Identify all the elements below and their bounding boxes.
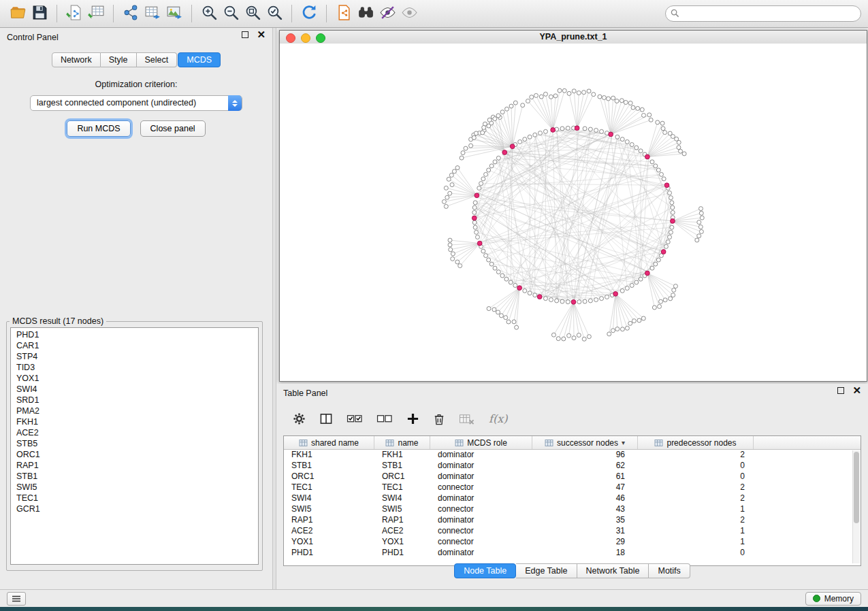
show-graphics-button[interactable] [398,3,420,24]
table-row[interactable]: ACE2ACE2connector311 [284,525,861,536]
table-cell: 2 [638,514,754,525]
table-cell: 0 [638,547,754,558]
column-header-name[interactable]: name [374,436,430,449]
import-network-button[interactable] [63,3,85,24]
tab-mcds[interactable]: MCDS [178,52,221,67]
mcds-result-item[interactable]: GCR1 [11,503,258,514]
mcds-result-item[interactable]: SWI4 [11,384,258,395]
zoom-fit-button[interactable] [242,3,263,24]
show-column-button[interactable] [319,412,333,425]
mcds-result-item[interactable]: TEC1 [11,493,258,503]
table-row[interactable]: FKH1FKH1dominator962 [284,449,861,460]
float-panel-icon[interactable] [242,31,248,38]
select-all-button[interactable] [347,412,363,425]
float-table-panel-icon[interactable] [837,387,844,394]
window-zoom-icon[interactable] [316,33,325,43]
mcds-result-item[interactable]: CAR1 [11,340,258,351]
mcds-result-item[interactable]: PHD1 [11,329,258,340]
memory-label: Memory [824,594,854,604]
mcds-result-group: MCDS result (17 nodes) PHD1CAR1STP4TID3Y… [6,316,263,571]
mcds-result-item[interactable]: STB1 [11,471,258,482]
search-input[interactable] [665,5,861,22]
zoom-selected-icon [266,4,283,23]
delete-column-button[interactable] [433,412,445,425]
network-window-title: YPA_prune.txt_1 [539,32,607,42]
import-table-button[interactable] [85,3,107,24]
add-column-button[interactable] [406,412,419,425]
mcds-result-item[interactable]: STB5 [11,438,258,449]
table-row[interactable]: STB1STB1dominator620 [284,460,861,471]
mcds-result-item[interactable]: SWI5 [11,482,258,493]
criterion-dropdown[interactable]: largest connected component (undirected) [30,95,242,111]
mcds-result-item[interactable]: SRD1 [11,395,258,406]
zoom-in-icon [201,4,218,23]
mcds-result-item[interactable]: RAP1 [11,460,258,471]
mcds-result-item[interactable]: ACE2 [11,427,258,438]
apply-layout-button[interactable] [298,3,320,24]
table-row[interactable]: ORC1ORC1dominator610 [284,471,861,482]
tab-network[interactable]: Network [52,52,101,67]
table-header-row: shared name name MCDS role successor nod… [284,436,861,450]
table-cell: dominator [430,471,532,482]
column-header-shared-name[interactable]: shared name [284,436,374,449]
deselect-all-button[interactable] [376,412,393,425]
table-row[interactable]: SWI4SWI4dominator462 [284,493,861,503]
mcds-result-item[interactable]: ORC1 [11,449,258,460]
column-header-successor-nodes[interactable]: successor nodes▾ [532,436,638,449]
table-row[interactable]: SWI5SWI5connector431 [284,503,861,514]
tab-motifs[interactable]: Motifs [649,563,690,578]
zoom-out-button[interactable] [220,3,242,24]
scrollbar-thumb[interactable] [854,452,859,523]
status-menu-button[interactable] [7,592,26,606]
table-row[interactable]: RAP1RAP1dominator352 [284,514,861,525]
table-toolbar: f(x) [293,407,868,430]
mcds-result-item[interactable]: YOX1 [11,373,258,384]
table-row[interactable]: TEC1TEC1connector472 [284,482,861,493]
tab-style[interactable]: Style [101,52,137,67]
run-mcds-button[interactable]: Run MCDS [67,120,130,137]
columns-icon [319,412,333,425]
tab-node-table[interactable]: Node Table [454,563,516,578]
network-document-button[interactable] [333,3,355,24]
window-close-icon[interactable] [286,33,295,43]
zoom-selected-button[interactable] [263,3,285,24]
close-panel-icon[interactable]: ✕ [257,31,266,39]
tab-edge-table[interactable]: Edge Table [516,563,577,578]
table-row[interactable]: YOX1YOX1connector291 [284,536,861,547]
table-cell: ACE2 [284,525,374,536]
zoom-in-button[interactable] [198,3,220,24]
table-cell: STB1 [374,460,430,471]
table-cell: 1 [638,525,754,536]
mcds-result-list[interactable]: PHD1CAR1STP4TID3YOX1SWI4SRD1PMA2FKH1ACE2… [10,327,259,565]
hide-graphics-button[interactable] [376,3,398,24]
toolbar-separator [57,5,57,22]
tab-network-table[interactable]: Network Table [577,563,649,578]
network-window-titlebar[interactable]: YPA_prune.txt_1 [280,31,867,44]
table-cell: TEC1 [284,482,374,493]
close-panel-button[interactable]: Close panel [140,120,206,137]
mcds-result-item[interactable]: FKH1 [11,416,258,427]
table-settings-button[interactable] [293,412,306,425]
network-canvas[interactable] [280,44,867,381]
export-table-button[interactable] [142,3,163,24]
column-header-predecessor-nodes[interactable]: predecessor nodes [638,436,754,449]
save-session-button[interactable] [29,3,50,24]
window-minimize-icon[interactable] [301,33,310,43]
checked-boxes-icon [347,412,363,425]
column-header-mcds-role[interactable]: MCDS role [430,436,532,449]
mcds-result-item[interactable]: PMA2 [11,406,258,416]
export-image-button[interactable] [163,3,185,24]
find-button[interactable] [355,3,376,24]
memory-button[interactable]: Memory [805,592,861,606]
import-table-icon [88,4,105,23]
table-row[interactable]: PHD1PHD1dominator180 [284,547,861,558]
export-network-button[interactable] [120,3,142,24]
table-cell: connector [430,482,532,493]
mcds-result-item[interactable]: STP4 [11,351,258,362]
tab-select[interactable]: Select [137,52,178,67]
open-file-button[interactable] [7,3,29,24]
close-table-panel-icon[interactable]: ✕ [852,386,861,395]
table-cell: FKH1 [374,449,430,460]
table-scrollbar[interactable] [852,450,860,563]
mcds-result-item[interactable]: TID3 [11,362,258,373]
